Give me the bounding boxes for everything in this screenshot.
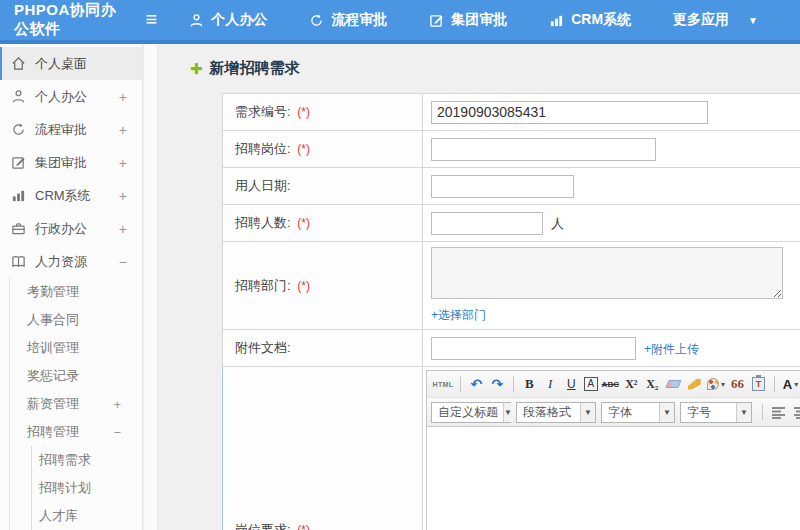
headcount-input[interactable]	[431, 212, 543, 235]
sidebar-item-rewards[interactable]: 奖惩记录	[10, 362, 142, 390]
chevron-down-icon: ▼	[503, 403, 512, 422]
font-size-dropdown[interactable]: 字号▼	[680, 402, 752, 423]
sidebar-scrollbar[interactable]	[144, 44, 158, 530]
chart-icon	[549, 13, 564, 28]
align-center-icon[interactable]	[793, 406, 800, 419]
employment-date-input[interactable]	[431, 175, 574, 198]
app-logo[interactable]: PHPOA协同办公软件	[0, 1, 132, 39]
form-row-employment-date: 用人日期:	[223, 168, 800, 205]
html-source-button[interactable]: HTML	[433, 374, 453, 394]
top-navigation-bar: PHPOA协同办公软件 ≡ 个人办公 流程审批 集团审批	[0, 0, 800, 40]
sidebar-item-group-approval[interactable]: 集团审批 +	[0, 146, 142, 179]
sidebar-item-talent-pool[interactable]: 人才库	[32, 502, 142, 530]
edit-icon	[11, 155, 27, 170]
font-family-dropdown[interactable]: 字体▼	[601, 402, 675, 423]
expand-plus-icon[interactable]: +	[119, 89, 127, 105]
chevron-down-icon: ▼	[580, 403, 595, 422]
toolbar-separator	[762, 404, 763, 420]
sidebar-item-personal-desktop[interactable]: 个人桌面	[0, 47, 142, 80]
sidebar-item-recruit-demand[interactable]: 招聘需求	[32, 446, 142, 474]
sidebar-item-label: 奖惩记录	[27, 367, 79, 385]
plus-icon: ✚	[190, 61, 203, 76]
undo-icon[interactable]: ↶	[468, 374, 485, 394]
expand-plus-icon[interactable]: +	[119, 188, 127, 204]
strikethrough-button[interactable]: ABC	[602, 374, 619, 394]
align-left-icon[interactable]	[771, 406, 787, 419]
person-icon	[189, 13, 204, 28]
briefcase-icon	[11, 221, 27, 236]
custom-heading-dropdown[interactable]: 自定义标题▼	[431, 402, 511, 423]
topnav-process-approval[interactable]: 流程审批	[309, 11, 387, 29]
topnav-personal-office[interactable]: 个人办公	[189, 11, 267, 29]
collapse-minus-icon[interactable]: −	[113, 425, 121, 440]
sidebar-item-label: 人才库	[39, 507, 78, 525]
attachment-upload-link[interactable]: +附件上传	[644, 342, 699, 356]
menu-toggle-icon[interactable]: ≡	[132, 9, 172, 32]
required-mark: (*)	[297, 523, 310, 530]
subscript-button[interactable]: X₂	[644, 374, 661, 394]
sidebar-item-label: 行政办公	[35, 220, 87, 238]
sidebar-item-label: 个人办公	[35, 88, 87, 106]
field-label: 用人日期:	[235, 178, 291, 193]
sidebar-item-label: 人力资源	[35, 253, 87, 271]
department-textarea[interactable]	[431, 247, 783, 299]
process-icon	[309, 13, 324, 28]
sidebar-item-training[interactable]: 培训管理	[10, 334, 142, 362]
paste-icon[interactable]: T	[750, 374, 767, 394]
sidebar-item-attendance[interactable]: 考勤管理	[10, 278, 142, 306]
field-label: 招聘人数:	[235, 215, 291, 230]
expand-plus-icon[interactable]: +	[119, 155, 127, 171]
recruit-position-input[interactable]	[431, 138, 656, 161]
sidebar-item-salary[interactable]: 薪资管理 +	[10, 390, 142, 418]
top-menu: 个人办公 流程审批 集团审批 CRM系统 更多应用 ▼	[189, 11, 800, 29]
sidebar-item-crm[interactable]: CRM系统 +	[0, 179, 142, 212]
underline-button[interactable]: U	[563, 374, 580, 394]
toolbar-separator	[513, 376, 514, 392]
topnav-crm[interactable]: CRM系统	[549, 11, 631, 29]
select-department-link[interactable]: +选择部门	[431, 308, 486, 322]
rich-text-editor: HTML ↶ ↷ B I U A ABC X² X₂ ▾	[426, 370, 800, 530]
process-icon	[11, 122, 27, 137]
sidebar-item-label: CRM系统	[35, 187, 91, 205]
field-label: 岗位要求:	[235, 522, 291, 530]
editor-content-area[interactable]	[427, 427, 800, 530]
page-title-text: 新增招聘需求	[210, 59, 300, 78]
attachment-input[interactable]	[431, 337, 636, 360]
font-color-button[interactable]: A▾	[782, 374, 799, 394]
chevron-down-icon[interactable]: ▼	[748, 15, 758, 26]
sidebar-item-personal-office[interactable]: 个人办公 +	[0, 80, 142, 113]
italic-button[interactable]: I	[542, 374, 559, 394]
paragraph-format-dropdown[interactable]: 段落格式▼	[516, 402, 596, 423]
sidebar-item-label: 个人桌面	[35, 55, 87, 73]
collapse-minus-icon[interactable]: −	[119, 254, 127, 270]
sidebar-item-label: 集团审批	[35, 154, 87, 172]
sidebar-item-label: 薪资管理	[27, 395, 79, 413]
sidebar-item-hr-contract[interactable]: 人事合同	[10, 306, 142, 334]
superscript-button[interactable]: X²	[623, 374, 640, 394]
topnav-more-apps[interactable]: 更多应用 ▼	[673, 11, 758, 29]
sidebar-item-recruitment[interactable]: 招聘管理 −	[10, 418, 142, 446]
sidebar-item-admin-office[interactable]: 行政办公 +	[0, 212, 142, 245]
form-row-attachment: 附件文档: +附件上传	[223, 330, 800, 367]
format-brush-icon[interactable]	[686, 374, 703, 394]
expand-plus-icon[interactable]: +	[119, 122, 127, 138]
sidebar-item-label: 人事合同	[27, 311, 79, 329]
expand-plus-icon[interactable]: +	[119, 221, 127, 237]
blockquote-button[interactable]: 66	[729, 374, 746, 394]
redo-icon[interactable]: ↷	[489, 374, 506, 394]
sidebar-item-recruit-plan[interactable]: 招聘计划	[32, 474, 142, 502]
topnav-group-approval[interactable]: 集团审批	[429, 11, 507, 29]
recruit-demand-form: 需求编号: (*) 招聘岗位: (*) 用人日期:	[222, 93, 800, 530]
sidebar-item-process-approval[interactable]: 流程审批 +	[0, 113, 142, 146]
demand-number-input[interactable]	[431, 101, 708, 124]
bold-button[interactable]: B	[521, 374, 538, 394]
eraser-icon[interactable]	[665, 374, 682, 394]
sidebar-item-human-resources[interactable]: 人力资源 −	[0, 245, 142, 278]
font-border-button[interactable]: A	[584, 377, 598, 391]
form-row-headcount: 招聘人数: (*) 人	[223, 205, 800, 242]
main-content: ✚ 新增招聘需求 需求编号: (*) 招聘岗位: (*) 用人日期:	[158, 44, 800, 530]
field-label: 附件文档:	[235, 340, 291, 355]
topnav-label: CRM系统	[571, 11, 631, 29]
emoticon-palette-icon[interactable]: ▾	[707, 374, 725, 394]
expand-plus-icon[interactable]: +	[113, 397, 121, 412]
